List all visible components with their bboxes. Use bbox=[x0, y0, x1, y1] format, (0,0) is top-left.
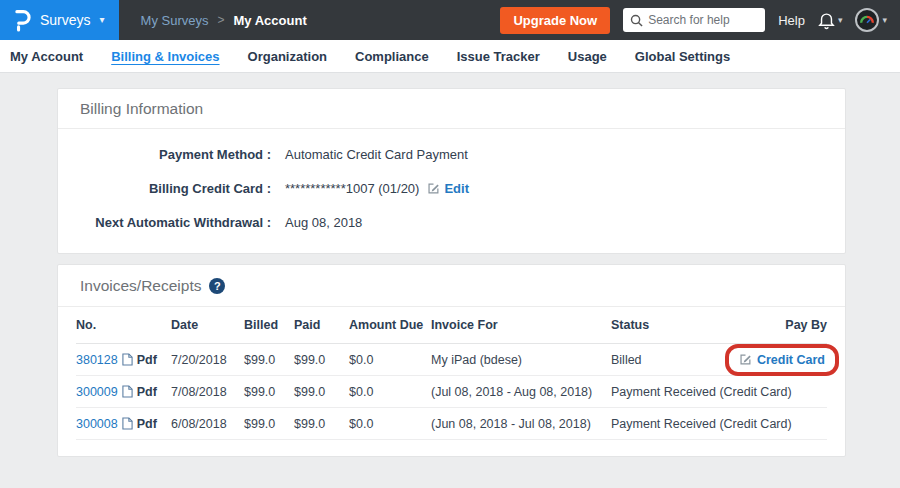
pay-by-link-label: Credit Card bbox=[757, 353, 825, 367]
col-invoice-for: Invoice For bbox=[431, 318, 611, 332]
invoice-table-header: No. Date Billed Paid Amount Due Invoice … bbox=[76, 307, 827, 344]
chevron-down-icon: ▾ bbox=[100, 15, 105, 25]
topbar-actions: Upgrade Now Help ▾ bbox=[500, 7, 900, 34]
tab-organization[interactable]: Organization bbox=[234, 49, 341, 64]
billing-card-title-text: Billing Information bbox=[80, 100, 203, 118]
billing-card-body: Payment Method : Automatic Credit Card P… bbox=[58, 129, 845, 253]
breadcrumb-my-surveys[interactable]: My Surveys bbox=[141, 13, 209, 28]
invoice-amount-due: $0.0 bbox=[349, 385, 431, 399]
pdf-file-icon bbox=[122, 417, 133, 430]
invoice-for: (Jul 08, 2018 - Aug 08, 2018) bbox=[431, 385, 611, 399]
pdf-file-icon bbox=[122, 385, 133, 398]
pdf-file-icon bbox=[122, 353, 133, 366]
pdf-link[interactable]: Pdf bbox=[137, 385, 157, 399]
upgrade-now-button[interactable]: Upgrade Now bbox=[500, 7, 610, 34]
col-date: Date bbox=[171, 318, 244, 332]
tab-global-settings[interactable]: Global Settings bbox=[621, 49, 744, 64]
product-name: Surveys bbox=[40, 12, 91, 28]
search-icon bbox=[630, 14, 643, 27]
invoice-row: 300008 Pdf 6/08/2018 $99.0 $99.0 $0.0 (J… bbox=[76, 408, 827, 440]
tab-issue-tracker[interactable]: Issue Tracker bbox=[443, 49, 554, 64]
col-pay-by: Pay By bbox=[785, 318, 827, 332]
invoice-row: 380128 Pdf 7/20/2018 $99.0 $99.0 $0.0 My… bbox=[76, 344, 827, 376]
col-paid: Paid bbox=[294, 318, 349, 332]
invoice-number-link[interactable]: 300009 bbox=[76, 385, 118, 399]
invoice-billed: $99.0 bbox=[244, 353, 294, 367]
invoice-date: 7/20/2018 bbox=[171, 353, 244, 367]
breadcrumb-separator-icon: > bbox=[218, 13, 225, 27]
col-billed: Billed bbox=[244, 318, 294, 332]
invoice-billed: $99.0 bbox=[244, 417, 294, 431]
billing-card-title: Billing Information bbox=[58, 89, 845, 129]
invoice-number-link[interactable]: 300008 bbox=[76, 417, 118, 431]
notifications-button[interactable]: ▾ bbox=[818, 11, 843, 30]
questionpro-logo-icon bbox=[12, 8, 31, 32]
billing-information-card: Billing Information Payment Method : Aut… bbox=[57, 88, 846, 254]
next-withdrawal-row: Next Automatic Withdrawal : Aug 08, 2018 bbox=[58, 205, 845, 239]
account-nav-tabs: My Account Billing & Invoices Organizati… bbox=[0, 40, 900, 73]
billing-credit-card-row: Billing Credit Card : ************1007 (… bbox=[58, 171, 845, 205]
invoice-paid: $99.0 bbox=[294, 353, 349, 367]
annotation-highlight-box: Credit Card bbox=[725, 344, 839, 376]
invoice-number-link[interactable]: 380128 bbox=[76, 353, 118, 367]
help-badge-icon[interactable]: ? bbox=[209, 278, 225, 294]
invoice-for: My iPad (bdese) bbox=[431, 353, 611, 367]
billing-credit-card-label: Billing Credit Card : bbox=[58, 181, 271, 196]
col-no: No. bbox=[76, 318, 171, 332]
invoice-billed: $99.0 bbox=[244, 385, 294, 399]
chevron-down-icon: ▾ bbox=[838, 15, 843, 25]
invoice-status: Payment Received (Credit Card) bbox=[611, 417, 827, 431]
bell-icon bbox=[818, 11, 835, 30]
invoices-card-title: Invoices/Receipts ? bbox=[58, 265, 845, 307]
edit-credit-card-link[interactable]: Edit bbox=[427, 181, 469, 196]
invoice-paid: $99.0 bbox=[294, 417, 349, 431]
edit-link-label: Edit bbox=[444, 181, 469, 196]
invoice-date: 6/08/2018 bbox=[171, 417, 244, 431]
product-switcher[interactable]: Surveys ▾ bbox=[0, 0, 119, 40]
top-bar: Surveys ▾ My Surveys > My Account Upgrad… bbox=[0, 0, 900, 40]
pdf-link[interactable]: Pdf bbox=[137, 417, 157, 431]
billing-credit-card-value: ************1007 (01/20) bbox=[285, 181, 419, 196]
breadcrumb-current-page: My Account bbox=[234, 13, 307, 28]
tab-billing-invoices[interactable]: Billing & Invoices bbox=[97, 49, 233, 64]
help-search-box[interactable] bbox=[623, 8, 765, 32]
pdf-link[interactable]: Pdf bbox=[137, 353, 157, 367]
edit-icon bbox=[427, 182, 440, 195]
tab-my-account[interactable]: My Account bbox=[10, 49, 97, 64]
help-link[interactable]: Help bbox=[778, 13, 805, 28]
next-withdrawal-value: Aug 08, 2018 bbox=[285, 215, 362, 230]
payment-method-value: Automatic Credit Card Payment bbox=[285, 147, 468, 162]
chevron-down-icon: ▾ bbox=[882, 15, 887, 25]
invoice-table: No. Date Billed Paid Amount Due Invoice … bbox=[76, 307, 827, 440]
edit-icon bbox=[739, 353, 752, 366]
invoice-amount-due: $0.0 bbox=[349, 353, 431, 367]
invoice-amount-due: $0.0 bbox=[349, 417, 431, 431]
invoice-date: 7/08/2018 bbox=[171, 385, 244, 399]
tab-compliance[interactable]: Compliance bbox=[341, 49, 443, 64]
avatar bbox=[855, 8, 879, 32]
breadcrumb: My Surveys > My Account bbox=[141, 13, 307, 28]
account-menu[interactable]: ▾ bbox=[855, 8, 887, 32]
search-input[interactable] bbox=[648, 13, 758, 27]
payment-method-row: Payment Method : Automatic Credit Card P… bbox=[58, 137, 845, 171]
invoices-receipts-card: Invoices/Receipts ? No. Date Billed Paid… bbox=[57, 264, 846, 457]
invoice-row: 300009 Pdf 7/08/2018 $99.0 $99.0 $0.0 (J… bbox=[76, 376, 827, 408]
pay-by-credit-card-link[interactable]: Credit Card bbox=[739, 353, 825, 367]
next-withdrawal-label: Next Automatic Withdrawal : bbox=[58, 215, 271, 230]
payment-method-label: Payment Method : bbox=[58, 147, 271, 162]
page-content: Billing Information Payment Method : Aut… bbox=[0, 73, 900, 457]
invoices-card-title-text: Invoices/Receipts bbox=[80, 277, 201, 295]
col-amount-due: Amount Due bbox=[349, 318, 431, 332]
invoice-for: (Jun 08, 2018 - Jul 08, 2018) bbox=[431, 417, 611, 431]
invoice-status: Payment Received (Credit Card) bbox=[611, 385, 827, 399]
invoice-paid: $99.0 bbox=[294, 385, 349, 399]
tab-usage[interactable]: Usage bbox=[554, 49, 621, 64]
